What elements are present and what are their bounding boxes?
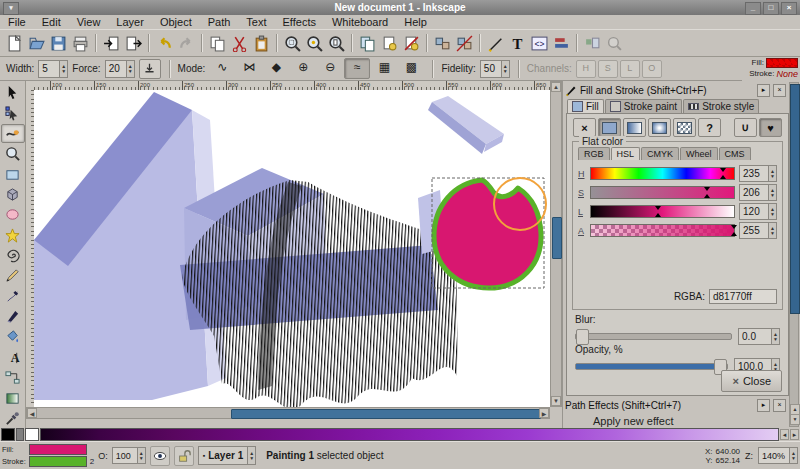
l-slider[interactable] [590,205,735,218]
text-dialog-button[interactable]: T [506,32,528,54]
flat-color-button[interactable] [598,118,621,137]
menu-edit[interactable]: Edit [34,16,69,28]
tweak-mode-1-button[interactable]: ⋈ [236,58,262,79]
rgba-input[interactable]: d81770ff [709,289,777,304]
pencil-tool-button[interactable] [1,266,25,285]
spiral-tool-button[interactable] [1,246,25,265]
align-dialog-button[interactable] [550,32,572,54]
colortab-cmyk[interactable]: CMYK [641,147,679,160]
apply-new-effect-label[interactable]: Apply new effect [593,415,674,427]
star-tool-button[interactable] [1,226,25,245]
vertical-scroll-thumb[interactable] [552,217,562,259]
style-stroke-value[interactable]: None [776,69,798,79]
layer-visibility-toggle[interactable] [150,446,170,466]
l-value-spinner[interactable]: 120▲▼ [739,203,777,220]
tweak-mode-3-button[interactable]: ⊕ [290,58,316,79]
text-tool-button[interactable]: A [1,348,25,367]
zoom-page-button[interactable] [325,32,347,54]
tweak-tool-button[interactable] [1,124,25,143]
fill-stroke-dialog-button[interactable] [484,32,506,54]
s-value-spinner[interactable]: 206▲▼ [739,184,777,201]
tweak-mode-4-button[interactable]: ⊖ [317,58,343,79]
zoom-spinner[interactable]: 140% ▲▼ [758,447,798,464]
dock-scroll-down-arrow[interactable]: ▼ [790,414,800,425]
rectangle-tool-button[interactable] [1,164,25,183]
find-button[interactable] [603,32,625,54]
channel-l-button[interactable]: L [620,60,640,78]
tab-fill[interactable]: Fill [567,99,604,114]
minimize-button[interactable]: _ [745,2,761,15]
horizontal-scrollbar[interactable]: ◀ ▶ [26,407,550,419]
blur-spinner[interactable]: 0.0 ▲▼ [738,328,780,345]
tab-stroke-paint[interactable]: Stroke paint [605,99,682,114]
zoom-selection-button[interactable] [281,32,303,54]
group-button[interactable] [431,32,453,54]
a-slider[interactable] [590,224,735,237]
selected-blob-path[interactable] [434,180,541,288]
paint-bucket-tool-button[interactable] [1,327,25,346]
drawing-canvas[interactable] [34,90,550,407]
fidelity-spinner[interactable]: 50 ▲▼ [480,60,510,78]
cut-button[interactable] [228,32,250,54]
path-effects-header[interactable]: Path Effects (Shift+Ctrl+7) ▸ × [565,398,786,413]
palette-white-swatch[interactable] [25,428,39,441]
use-pressure-button[interactable] [139,59,161,79]
calligraphy-tool-button[interactable] [1,307,25,326]
tweak-mode-7-button[interactable]: ▩ [398,58,424,79]
save-button[interactable] [47,32,69,54]
h-slider[interactable] [590,167,735,180]
fill-rule-nonzero-button[interactable]: ♥ [759,118,782,137]
maximize-button[interactable]: □ [763,2,779,15]
channel-o-button[interactable]: O [642,60,662,78]
box-3d-tool-button[interactable] [1,185,25,204]
tweak-mode-5-button[interactable]: ≈ [344,58,370,79]
menu-file[interactable]: File [0,16,34,28]
ungroup-button[interactable] [453,32,475,54]
panel-close-button[interactable]: × [773,84,786,97]
tweak-mode-0-button[interactable]: ∿ [209,58,235,79]
channel-h-button[interactable]: H [576,60,596,78]
pattern-fill-button[interactable] [673,118,696,137]
current-fill-swatch[interactable] [29,444,87,455]
node-editor-tool-button[interactable] [1,103,25,122]
unknown-paint-button[interactable]: ? [698,118,721,137]
scroll-down-arrow[interactable]: ▼ [551,396,561,406]
scroll-right-arrow[interactable]: ▶ [539,408,549,418]
close-dialog-button[interactable]: × Close [721,370,782,392]
palette-gradient-swatches[interactable] [40,428,779,441]
dock-scroll-thumb[interactable] [790,84,800,314]
channel-s-button[interactable]: S [598,60,618,78]
menu-layer[interactable]: Layer [108,16,152,28]
force-spinner[interactable]: 20 ▲▼ [105,60,135,78]
layer-selector[interactable]: ▪ Layer 1 ▲▼ [198,446,256,465]
bezier-pen-tool-button[interactable] [1,287,25,306]
s-slider[interactable] [590,186,735,199]
palette-black-swatch[interactable] [1,428,15,441]
pe-close-button[interactable]: × [773,399,786,412]
xml-editor-button[interactable]: <> [528,32,550,54]
linear-gradient-button[interactable] [623,118,646,137]
opacity-slider[interactable] [575,363,728,370]
tab-stroke-style[interactable]: Stroke style [683,99,759,114]
scroll-up-arrow[interactable]: ▲ [551,82,561,92]
menu-object[interactable]: Object [152,16,200,28]
window-menu-button[interactable]: ▾ [3,2,19,15]
fill-stroke-indicator[interactable]: Fill: Stroke: 2 [2,444,94,467]
tweak-mode-6-button[interactable]: ▦ [371,58,397,79]
palette-scroll-right[interactable]: ▸ [790,429,799,440]
close-button[interactable]: × [781,2,797,15]
menu-view[interactable]: View [69,16,109,28]
menu-text[interactable]: Text [238,16,274,28]
fill-rule-evenodd-button[interactable]: ∪ [734,118,757,137]
undo-button[interactable] [153,32,175,54]
duplicate-button[interactable] [356,32,378,54]
gradient-tool-button[interactable] [1,388,25,407]
pe-expand-button[interactable]: ▸ [757,399,770,412]
zoom-tool-button[interactable] [1,144,25,163]
colortab-rgb[interactable]: RGB [578,147,610,160]
menu-effects[interactable]: Effects [275,16,324,28]
fill-stroke-header[interactable]: Fill and Stroke (Shift+Ctrl+F) ▸ × [565,83,786,98]
colortab-wheel[interactable]: Wheel [680,147,718,160]
scroll-left-arrow[interactable]: ◀ [27,408,37,418]
palette-scroll-left[interactable]: ◂ [780,429,789,440]
